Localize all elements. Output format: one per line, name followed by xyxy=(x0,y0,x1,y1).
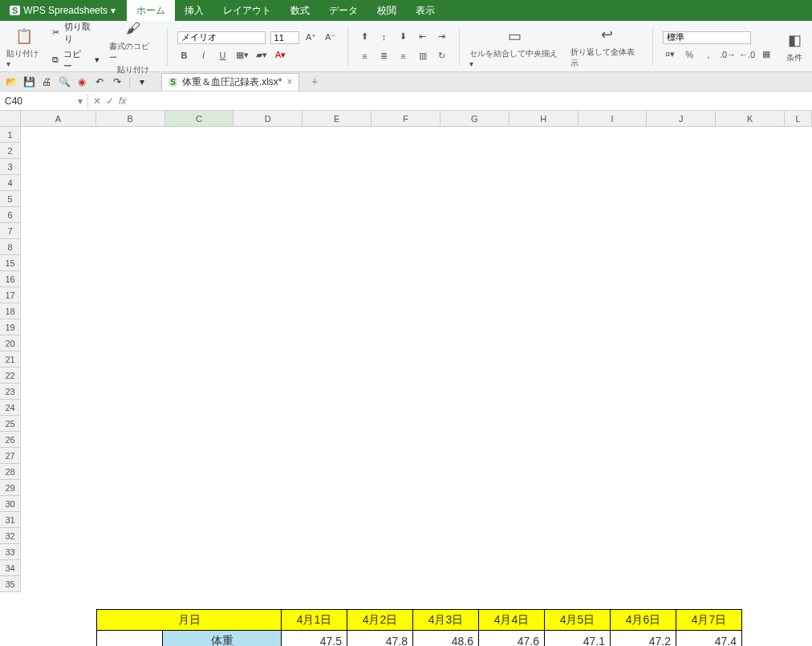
cell[interactable]: 47.8 xyxy=(347,631,413,647)
col-header-I[interactable]: I xyxy=(579,111,648,127)
menu-tab-5[interactable]: 校閲 xyxy=(367,0,406,21)
increase-font-icon[interactable]: A⁺ xyxy=(304,30,319,45)
redo-icon[interactable]: ↷ xyxy=(111,75,124,88)
cell[interactable]: 47.2 xyxy=(611,631,676,647)
cell[interactable]: 47.1 xyxy=(545,631,611,647)
col-header-F[interactable]: F xyxy=(371,111,441,127)
row-header-17[interactable]: 17 xyxy=(0,287,21,303)
new-tab-button[interactable]: ＋ xyxy=(309,75,320,89)
row-header-22[interactable]: 22 xyxy=(0,368,21,384)
align-right-icon[interactable]: ≡ xyxy=(396,49,411,63)
align-middle-icon[interactable]: ↕ xyxy=(377,30,392,44)
row-header-27[interactable]: 27 xyxy=(0,448,21,464)
header-d7[interactable]: 4月7日 xyxy=(676,610,742,631)
header-d6[interactable]: 4月6日 xyxy=(611,610,676,631)
col-header-H[interactable]: H xyxy=(510,111,579,127)
row-header-3[interactable]: 3 xyxy=(0,159,21,175)
file-tab[interactable]: S 体重＆血圧記録表.xlsx* × xyxy=(161,73,299,91)
row-header-33[interactable]: 33 xyxy=(0,544,21,560)
customize-qat-icon[interactable]: ▾ xyxy=(136,75,148,88)
cut-button[interactable]: ✂切り取り xyxy=(52,21,99,45)
row-header-4[interactable]: 4 xyxy=(0,175,21,191)
file-tab-close-icon[interactable]: × xyxy=(286,76,292,87)
undo-icon[interactable]: ↶ xyxy=(93,75,106,88)
menu-tab-3[interactable]: 数式 xyxy=(281,0,319,21)
header-d3[interactable]: 4月3日 xyxy=(413,610,479,631)
header-d2[interactable]: 4月2日 xyxy=(347,610,413,631)
col-header-E[interactable]: E xyxy=(302,111,371,127)
row-header-30[interactable]: 30 xyxy=(0,496,21,512)
row-header-31[interactable]: 31 xyxy=(0,512,21,528)
row-header-35[interactable]: 35 xyxy=(0,576,21,592)
enter-formula-icon[interactable]: ✓ xyxy=(106,95,114,107)
cond-format-group[interactable]: ◧ 条件 xyxy=(783,29,806,63)
header-d4[interactable]: 4月4日 xyxy=(479,610,545,631)
row-header-32[interactable]: 32 xyxy=(0,528,21,544)
align-left-icon[interactable]: ≡ xyxy=(358,49,372,63)
align-bottom-icon[interactable]: ⬇ xyxy=(396,30,411,44)
row-header-7[interactable]: 7 xyxy=(0,223,21,239)
italic-button[interactable]: I xyxy=(197,48,211,63)
row-header-18[interactable]: 18 xyxy=(0,303,21,319)
indent-decrease-icon[interactable]: ⇤ xyxy=(416,30,430,44)
fx-icon[interactable]: fx xyxy=(119,95,126,107)
export-pdf-icon[interactable]: ◉ xyxy=(75,75,88,88)
row-header-2[interactable]: 2 xyxy=(0,143,21,159)
print-preview-icon[interactable]: 🔍 xyxy=(58,75,71,88)
copy-button[interactable]: ⧉コピー▾ xyxy=(52,48,99,72)
format-painter-group[interactable]: 🖌 書式のコピー 貼り付け xyxy=(109,18,157,75)
row-header-5[interactable]: 5 xyxy=(0,191,21,207)
row-header-29[interactable]: 29 xyxy=(0,480,21,496)
row-header-34[interactable]: 34 xyxy=(0,560,21,576)
spreadsheet-grid[interactable]: ABCDEFGHIJKL 123456781516171819202122232… xyxy=(0,111,812,592)
morning-label[interactable]: 朝 xyxy=(97,631,163,647)
wrap-group[interactable]: ↩ 折り返して全体表示 xyxy=(570,23,643,69)
align-top-icon[interactable]: ⬆ xyxy=(358,30,372,44)
decimal-dec-icon[interactable]: ←.0 xyxy=(740,47,754,62)
menu-tab-2[interactable]: レイアウト xyxy=(213,0,281,21)
row-header-28[interactable]: 28 xyxy=(0,464,21,480)
name-box[interactable]: C40 ▾ xyxy=(0,94,88,108)
row-header-26[interactable]: 26 xyxy=(0,432,21,448)
row-header-16[interactable]: 16 xyxy=(0,271,21,287)
col-header-K[interactable]: K xyxy=(716,111,785,127)
number-format-select[interactable] xyxy=(663,31,751,44)
cell[interactable]: 48.6 xyxy=(413,631,479,647)
cell[interactable]: 47.5 xyxy=(282,631,347,647)
percent-icon[interactable]: % xyxy=(682,47,696,62)
row-header-1[interactable]: 1 xyxy=(0,127,21,143)
menu-tab-1[interactable]: 挿入 xyxy=(175,0,213,21)
decimal-inc-icon[interactable]: .0→ xyxy=(721,47,735,62)
merge-group[interactable]: ▭ セルを結合して中央揃え▾ xyxy=(469,25,562,68)
comma-icon[interactable]: , xyxy=(701,47,716,62)
row-header-25[interactable]: 25 xyxy=(0,416,21,432)
open-icon[interactable]: 📂 xyxy=(5,75,18,88)
m-weight-label[interactable]: 体重 xyxy=(163,631,282,647)
row-header-24[interactable]: 24 xyxy=(0,400,21,416)
print-icon[interactable]: 🖨 xyxy=(40,75,53,88)
col-header-A[interactable]: A xyxy=(21,111,96,127)
cell[interactable]: 47.6 xyxy=(479,631,545,647)
col-header-C[interactable]: C xyxy=(165,111,234,127)
cell-style-icon[interactable]: ▦ xyxy=(759,47,773,62)
menu-tab-4[interactable]: データ xyxy=(319,0,367,21)
row-header-15[interactable]: 15 xyxy=(0,255,21,271)
borders-button[interactable]: ▦▾ xyxy=(235,48,250,63)
col-header-B[interactable]: B xyxy=(96,111,165,127)
cancel-formula-icon[interactable]: ✕ xyxy=(93,95,101,107)
header-d5[interactable]: 4月5日 xyxy=(545,610,611,631)
row-header-19[interactable]: 19 xyxy=(0,319,21,335)
cell[interactable]: 47.4 xyxy=(676,631,742,647)
orientation-icon[interactable]: ↻ xyxy=(435,49,449,63)
col-header-D[interactable]: D xyxy=(233,111,302,127)
font-size-input[interactable] xyxy=(270,31,299,44)
menu-tab-6[interactable]: 表示 xyxy=(406,0,445,21)
app-menu-dropdown-icon[interactable]: ▾ xyxy=(111,5,116,16)
select-all-corner[interactable] xyxy=(0,111,21,127)
font-name-input[interactable] xyxy=(177,31,266,44)
row-header-8[interactable]: 8 xyxy=(0,239,21,255)
name-box-dropdown-icon[interactable]: ▾ xyxy=(78,95,83,107)
col-header-J[interactable]: J xyxy=(647,111,716,127)
bold-button[interactable]: B xyxy=(177,48,192,63)
header-date[interactable]: 月日 xyxy=(97,610,282,631)
